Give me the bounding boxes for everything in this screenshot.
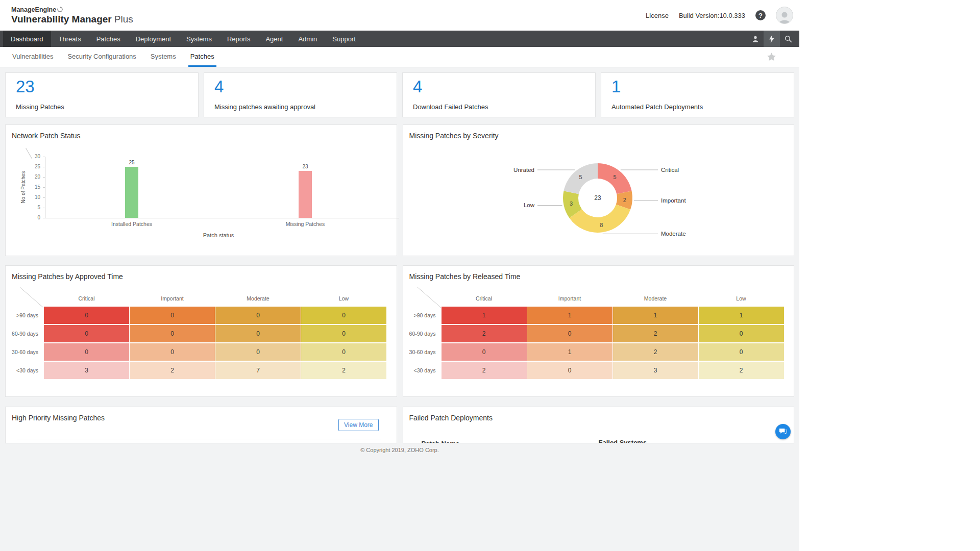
- view-more-button[interactable]: View More: [338, 419, 378, 431]
- stat-label: Missing Patches: [16, 103, 188, 111]
- bar-installed-patches[interactable]: [125, 167, 138, 218]
- stat-card-missing-patches[interactable]: 23Missing Patches: [5, 72, 199, 117]
- row-label-30-days: <30 days: [408, 362, 441, 379]
- heatmap-cell-30-60-days-low[interactable]: 0: [301, 343, 386, 361]
- heatmap-cell-60-90-days-low[interactable]: 0: [699, 325, 784, 342]
- y-tick-label: 5: [12, 205, 40, 210]
- missing-patches-by-severity-panel: Missing Patches by Severity 5Critical2Im…: [403, 124, 795, 256]
- panel-title-approved-time: Missing Patches by Approved Time: [12, 272, 123, 281]
- row-label-30-60-days: 30-60 days: [408, 343, 441, 361]
- heatmap-cell-30-days-important[interactable]: 2: [130, 362, 215, 379]
- nav-item-admin[interactable]: Admin: [290, 31, 325, 47]
- column-header-critical: Critical: [44, 286, 129, 306]
- favorite-star-icon[interactable]: [766, 52, 777, 64]
- heatmap-cell-90-days-important[interactable]: 0: [130, 307, 215, 324]
- row-label-30-days: <30 days: [11, 362, 43, 379]
- column-header-low: Low: [699, 286, 784, 306]
- heatmap-cell-30-60-days-moderate[interactable]: 2: [613, 343, 698, 361]
- subnav-tab-patches[interactable]: Patches: [188, 47, 216, 67]
- stat-card-download-failed-patches[interactable]: 4Download Failed Patches: [402, 72, 596, 117]
- nav-item-agent[interactable]: Agent: [258, 31, 290, 47]
- heatmap-cell-30-days-low[interactable]: 2: [699, 362, 784, 379]
- main-nav: DashboardThreatsPatchesDeploymentSystems…: [0, 31, 799, 47]
- heatmap-cell-30-60-days-important[interactable]: 0: [130, 343, 215, 361]
- heatmap-cell-60-90-days-critical[interactable]: 2: [442, 325, 527, 342]
- help-icon[interactable]: ?: [755, 10, 766, 20]
- heatmap-cell-30-60-days-critical[interactable]: 0: [44, 343, 129, 361]
- license-link[interactable]: License: [646, 12, 669, 19]
- donut-label-critical: Critical: [661, 167, 679, 173]
- nav-item-patches[interactable]: Patches: [89, 31, 128, 47]
- heatmaps-row: Missing Patches by Approved Time Critica…: [5, 265, 794, 397]
- announcements-icon[interactable]: [747, 31, 764, 47]
- heatmap-cell-90-days-low[interactable]: 0: [301, 307, 386, 324]
- stat-value: 4: [214, 77, 386, 96]
- row-label-30-60-days: 30-60 days: [11, 343, 43, 361]
- y-axis-title: No of Patches: [20, 171, 26, 204]
- column-header-important: Important: [527, 286, 612, 306]
- heatmap-corner: [11, 286, 43, 306]
- bar-value-label: 25: [121, 160, 142, 165]
- heatmap-cell-60-90-days-moderate[interactable]: 0: [215, 325, 301, 342]
- subnav-tab-vulnerabilities[interactable]: Vulnerabilities: [10, 47, 55, 67]
- nav-item-deployment[interactable]: Deployment: [128, 31, 179, 47]
- heatmap-cell-30-60-days-low[interactable]: 0: [699, 343, 784, 361]
- bar-missing-patches[interactable]: [299, 171, 312, 218]
- y-tick-label: 15: [12, 184, 40, 190]
- heatmap-cell-60-90-days-important[interactable]: 0: [130, 325, 215, 342]
- quick-actions-icon[interactable]: [764, 31, 780, 47]
- nav-spacer: [363, 31, 747, 47]
- avatar[interactable]: [776, 7, 793, 24]
- heatmap-cell-30-60-days-important[interactable]: 1: [527, 343, 612, 361]
- stat-card-automated-patch-deployments[interactable]: 1Automated Patch Deployments: [601, 72, 794, 117]
- bottom-row: High Priority Missing Patches View More …: [5, 407, 794, 443]
- heatmap-cell-30-days-important[interactable]: 0: [527, 362, 612, 379]
- star-icon: [766, 52, 777, 62]
- heatmap-cell-90-days-critical[interactable]: 0: [44, 307, 129, 324]
- row-label-90-days: >90 days: [408, 307, 441, 324]
- heatmap-cell-60-90-days-important[interactable]: 0: [527, 325, 612, 342]
- row-label-60-90-days: 60-90 days: [408, 325, 441, 342]
- y-tick-mark: [43, 218, 45, 218]
- column-header-critical: Critical: [442, 286, 527, 306]
- heatmap-cell-30-days-moderate[interactable]: 3: [613, 362, 698, 379]
- sub-nav-tabs: VulnerabilitiesSecurity ConfigurationsSy…: [0, 47, 216, 67]
- panel-title-high-priority: High Priority Missing Patches: [12, 414, 105, 422]
- heatmap-cell-30-days-critical[interactable]: 3: [44, 362, 129, 379]
- heatmap-cell-60-90-days-moderate[interactable]: 2: [613, 325, 698, 342]
- nav-item-systems[interactable]: Systems: [179, 31, 219, 47]
- stat-value: 1: [611, 77, 783, 96]
- y-tick-mark: [43, 177, 45, 178]
- heatmap-cell-60-90-days-low[interactable]: 0: [301, 325, 386, 342]
- y-tick-label: 30: [12, 154, 40, 159]
- nav-item-support[interactable]: Support: [325, 31, 363, 47]
- heatmap-cell-90-days-moderate[interactable]: 0: [215, 307, 301, 324]
- nav-item-threats[interactable]: Threats: [51, 31, 89, 47]
- nav-item-dashboard[interactable]: Dashboard: [3, 31, 51, 47]
- heatmap-cell-90-days-moderate[interactable]: 1: [613, 307, 698, 324]
- nav-item-reports[interactable]: Reports: [219, 31, 258, 47]
- heatmap-cell-90-days-low[interactable]: 1: [699, 307, 784, 324]
- heatmap-cell-30-days-critical[interactable]: 2: [442, 362, 527, 379]
- heatmap-cell-60-90-days-critical[interactable]: 0: [44, 325, 129, 342]
- heatmap-cell-30-60-days-critical[interactable]: 0: [442, 343, 527, 361]
- stat-card-missing-patches-awaiting-approval[interactable]: 4Missing patches awaiting approval: [204, 72, 397, 117]
- search-icon[interactable]: [780, 31, 796, 47]
- column-header-failed-systems: Failed Systems: [599, 439, 647, 443]
- bar-value-label: 23: [295, 164, 315, 169]
- heatmap-cell-30-days-low[interactable]: 2: [301, 362, 386, 379]
- lightning-icon: [769, 35, 775, 43]
- subnav-tab-security-configurations[interactable]: Security Configurations: [65, 47, 138, 67]
- failed-table-headers: Patch Name Failed Systems: [422, 439, 784, 443]
- heatmap-cell-90-days-critical[interactable]: 1: [442, 307, 527, 324]
- heatmap-cell-30-days-moderate[interactable]: 7: [215, 362, 301, 379]
- dashboard-content: 23Missing Patches4Missing patches awaiti…: [0, 67, 799, 551]
- heatmap-cell-90-days-important[interactable]: 1: [527, 307, 612, 324]
- brand: ManageEngine Vulnerability ManagerPlus: [11, 6, 133, 25]
- heatmap-cell-30-60-days-moderate[interactable]: 0: [215, 343, 301, 361]
- heatmap-approved-time: CriticalImportantModerateLow>90 days0000…: [11, 286, 388, 379]
- subnav-tab-systems[interactable]: Systems: [149, 47, 178, 67]
- donut-label-unrated: Unrated: [513, 167, 534, 173]
- chat-button[interactable]: [775, 424, 791, 439]
- magnifier-icon: [785, 35, 792, 43]
